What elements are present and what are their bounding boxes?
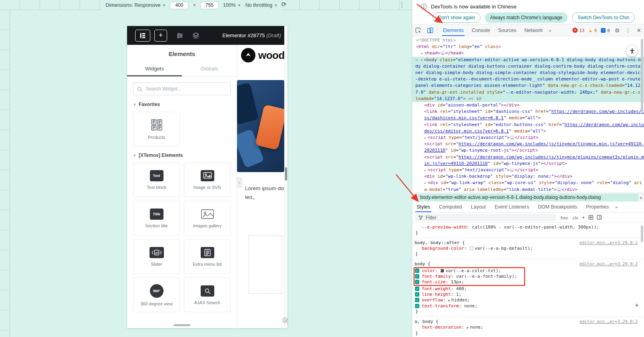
property-checkbox[interactable]: ✓ xyxy=(415,292,419,297)
site-settings-button[interactable] xyxy=(177,32,183,39)
widget-card-images-gallery[interactable]: Images gallery xyxy=(184,201,231,235)
console-errors-badge[interactable]: ✕ 13 xyxy=(572,28,584,33)
preview-scrollbar-track[interactable] xyxy=(284,26,287,328)
css-property[interactable]: ✓font-size: 13px; xyxy=(415,279,524,285)
styles-scrollbar-thumb[interactable] xyxy=(641,225,643,242)
css-property[interactable]: ✓font-weight: 400; xyxy=(415,286,642,292)
div-wp-link-wrap[interactable]: ▸<div id="wp-link-wrap" class="wp-core-u… xyxy=(412,180,644,193)
tab-sources[interactable]: Sources xyxy=(494,24,520,36)
dimensions-dropdown[interactable]: Dimensions: Responsive ▼ xyxy=(106,2,165,8)
tab-console[interactable]: Console xyxy=(468,24,494,36)
css-property[interactable]: --e-preview-width: calc(100% - var(--e-e… xyxy=(415,225,642,230)
css-property[interactable]: ✓color: var(--e-a-color-txt); xyxy=(415,268,524,274)
widget-card-image-or-svg[interactable]: Image or SVG xyxy=(184,162,231,197)
css-property[interactable]: ✓text-transform: none; xyxy=(415,303,642,309)
computed-sidebar-icon[interactable] xyxy=(597,215,602,221)
stylesheet-source-link[interactable]: editor.min.…er=3.29.0:2 xyxy=(580,319,642,324)
property-checkbox[interactable]: ✓ xyxy=(415,298,419,302)
tab-network[interactable]: Network xyxy=(520,24,547,36)
div-wp-link-backdrop[interactable]: <div id="wp-link-backdrop" style="displa… xyxy=(412,173,644,180)
sidebar-tab-computed[interactable]: Computed xyxy=(435,202,467,212)
styles-filter-input[interactable]: Filter xyxy=(415,214,556,221)
panel-resize-handle[interactable] xyxy=(173,324,190,326)
link-editor-buttons[interactable]: <link rel="stylesheet" id="editor-button… xyxy=(412,122,644,134)
property-checkbox[interactable]: ✓ xyxy=(415,287,419,291)
script-tinymce[interactable]: <script src="https://derdragon.com/wp-in… xyxy=(412,141,644,154)
sidebar-tab-styles[interactable]: Styles xyxy=(412,202,435,212)
toggle-element-state-button[interactable]: :hov xyxy=(560,215,568,220)
dom-scrollbar-thumb[interactable] xyxy=(641,39,643,113)
devtools-menu-icon[interactable]: ⋮ xyxy=(622,27,634,34)
widget-section-header[interactable]: ▼Favorites xyxy=(133,102,231,107)
css-property[interactable]: background-color: var(--e-a-bg-default); xyxy=(415,246,642,251)
search-widget-input[interactable] xyxy=(133,82,231,95)
device-toolbar-toggle-button[interactable] xyxy=(424,27,436,34)
viewport-width-input[interactable] xyxy=(170,2,188,9)
close-devtools-icon[interactable]: ✕ xyxy=(634,27,644,34)
div-aioseo-modal-portal[interactable]: <div id="aioseo-modal-portal"></div> xyxy=(412,102,644,108)
dont-show-again-button[interactable]: Don't show again xyxy=(433,12,481,23)
more-tabs-icon[interactable]: » xyxy=(547,28,553,33)
site-logo[interactable]: wood xyxy=(241,48,284,62)
accessibility-button[interactable] xyxy=(626,45,638,56)
new-rule-plus-icon[interactable]: + xyxy=(635,303,639,308)
widget-card-extra-menu-list[interactable]: Extra menu list xyxy=(184,239,231,274)
widget-card-ajax-search[interactable]: AJAX Search xyxy=(184,278,231,312)
widget-card-text-block[interactable]: TextText block xyxy=(133,162,180,197)
css-property[interactable]: text-decoration: ▶none; xyxy=(415,325,642,331)
widget-section-header[interactable]: ▼[XTemos] Elements xyxy=(133,152,231,158)
tab-elements[interactable]: Elements xyxy=(439,24,468,36)
breadcrumb-right-icon[interactable]: ▸ xyxy=(638,195,644,200)
issues-badge[interactable]: ! 8 xyxy=(601,28,610,33)
breadcrumb-left-icon[interactable]: ◂ xyxy=(412,195,418,200)
element-classes-button[interactable]: .cls xyxy=(572,215,578,220)
switch-devtools-language-button[interactable]: Switch DevTools to Chin xyxy=(572,12,635,23)
inspect-element-button[interactable] xyxy=(412,27,424,34)
script-compat3x[interactable]: <script src="https://derdragon.com/wp-in… xyxy=(412,154,644,167)
sidebar-more-tabs-icon[interactable]: » xyxy=(613,205,620,209)
always-match-language-button[interactable]: Always match Chrome's language xyxy=(485,12,568,23)
device-resize-grip[interactable] xyxy=(282,317,288,323)
script-inline-1[interactable]: ▸<script type="text/javascript">…</scrip… xyxy=(412,134,644,141)
device-toolbar-menu-icon[interactable]: ⋮ xyxy=(399,1,405,8)
property-checkbox[interactable]: ✓ xyxy=(415,269,419,273)
new-style-rule-button[interactable]: + xyxy=(582,214,585,221)
tab-widgets[interactable]: Widgets xyxy=(127,62,182,76)
console-warnings-badge[interactable]: ▲ 6 xyxy=(588,28,597,33)
html-open-tag[interactable]: <html dir="ltr" lang="en" class> xyxy=(412,44,644,50)
document-title[interactable]: Elementor #28775 (Draft) xyxy=(222,32,287,38)
doctype[interactable]: <!DOCTYPE html> xyxy=(412,37,644,44)
body-node[interactable]: ⋯▾<body class="elementor-editor-active w… xyxy=(412,57,644,102)
settings-gear-icon[interactable]: ⚙ xyxy=(612,27,623,34)
property-checkbox[interactable]: ✓ xyxy=(415,280,419,284)
css-property[interactable]: ✓font-family: var(--e-a-font-family); xyxy=(415,274,524,279)
sidebar-tab-layout[interactable]: Layout xyxy=(467,202,490,212)
color-swatch[interactable] xyxy=(441,269,444,273)
grid-overlay-icon[interactable] xyxy=(588,215,593,221)
head-node[interactable]: ▸<head>…</head> xyxy=(412,50,644,56)
rotate-viewport-icon[interactable]: ⟳ xyxy=(280,1,288,8)
link-dashicons[interactable]: <link rel="stylesheet" id="dashicons-css… xyxy=(412,108,644,121)
widget-card-products[interactable]: Products xyxy=(133,112,180,146)
property-checkbox[interactable]: ✓ xyxy=(415,304,419,308)
viewport-height-input[interactable] xyxy=(200,2,219,9)
empty-section-placeholder[interactable] xyxy=(249,235,282,294)
sidebar-tab-event-listeners[interactable]: Event Listeners xyxy=(490,202,533,212)
widget-card-slider[interactable]: Slider xyxy=(133,239,180,274)
script-inline-2[interactable]: ▸<script type="text/javascript">…</scrip… xyxy=(412,167,644,173)
property-checkbox[interactable]: ✓ xyxy=(415,274,419,279)
throttling-dropdown[interactable]: No throttling ▼ xyxy=(245,2,277,8)
zoom-dropdown[interactable]: 100% ▼ xyxy=(223,2,241,8)
css-property[interactable]: ✓line-height: 1; xyxy=(415,292,642,297)
color-swatch[interactable] xyxy=(470,247,473,250)
stylesheet-source-link[interactable]: editor.min.…er=3.29.0:2 xyxy=(580,240,642,245)
css-property[interactable]: ✓overflow: ▶hidden; xyxy=(415,297,642,303)
preview-scrollbar-thumb[interactable] xyxy=(285,167,287,181)
tab-globals[interactable]: Globals xyxy=(182,62,237,76)
widget-card-section-title[interactable]: TitleSection title xyxy=(133,201,180,235)
product-image[interactable] xyxy=(237,80,284,172)
sidebar-tab-properties[interactable]: Properties xyxy=(582,202,613,212)
breadcrumb-selected-node[interactable]: body.elementor-editor-active.wp-version-… xyxy=(418,194,638,201)
sidebar-tab-dom-breakpoints[interactable]: DOM Breakpoints xyxy=(533,202,582,212)
panel-collapse-tab[interactable]: ‹ xyxy=(237,177,242,188)
